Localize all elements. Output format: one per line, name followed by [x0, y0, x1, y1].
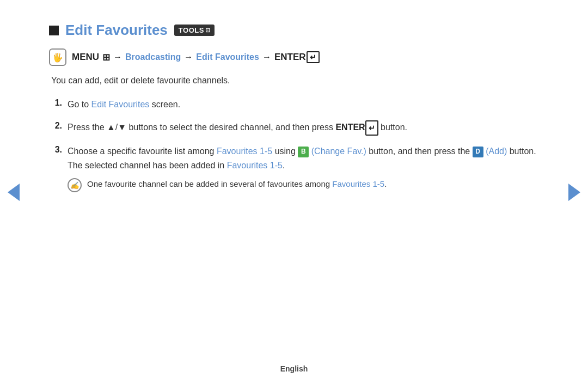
step-3-link4: Favourites 1-5 [227, 161, 283, 170]
menu-label: MENU [72, 52, 99, 63]
step-3-link1: Favourites 1-5 [217, 147, 272, 156]
step-1-content: Go to Edit Favourites screen. [68, 97, 180, 112]
note-icon: ✍ [68, 178, 82, 192]
btn-b-icon: B [298, 147, 309, 157]
menu-grid-icon: ⊞ [102, 52, 110, 63]
step-2-enter-icon: ↵ [365, 120, 378, 136]
nav-arrow-left[interactable] [8, 184, 20, 201]
note-content: One favourite channel can be added in se… [87, 178, 387, 191]
step-3-text-before: Choose a specific favourite list among [68, 147, 217, 156]
footer: English [0, 364, 588, 373]
step-2-text-after: button. [378, 123, 407, 132]
btn-d-icon: D [473, 147, 483, 157]
nav-arrow-right[interactable] [568, 184, 580, 201]
breadcrumb-broadcasting: Broadcasting [125, 52, 181, 62]
menu-path-row: 🖐 MENU ⊞ → Broadcasting → Edit Favourite… [49, 48, 539, 66]
page-title: Edit Favourites [65, 22, 168, 39]
title-square-icon [49, 26, 59, 35]
breadcrumb-sep-2: → [184, 52, 193, 62]
step-3-content: Choose a specific favourite list among F… [68, 144, 539, 172]
menu-hand-icon: 🖐 [49, 48, 66, 66]
note-text-before: One favourite channel can be added in se… [87, 179, 332, 188]
title-row: Edit Favourites TOOLS ⊡ [49, 22, 539, 39]
step-2-enter-bold: ENTER [335, 123, 365, 132]
breadcrumb-sep-3: → [262, 52, 271, 62]
step-1: 1. Go to Edit Favourites screen. [49, 97, 539, 112]
step-1-text-after: screen. [149, 100, 180, 109]
enter-icon: ↵ [307, 51, 320, 63]
note-text-after: . [384, 179, 387, 188]
note-item: ✍ One favourite channel can be added in … [49, 178, 539, 192]
step-2-content: Press the ▲/▼ buttons to select the desi… [68, 120, 407, 136]
breadcrumb-sep-1: → [113, 52, 122, 62]
step-3-number: 3. [49, 144, 62, 155]
step-3-link3: (Add) [486, 147, 507, 156]
step-1-link: Edit Favourites [91, 100, 150, 109]
step-3: 3. Choose a specific favourite list amon… [49, 144, 539, 172]
step-2-text-before: Press the ▲/▼ buttons to select the desi… [68, 123, 335, 132]
page-container: Edit Favourites TOOLS ⊡ 🖐 MENU ⊞ → Broad… [0, 0, 588, 384]
breadcrumb-enter: ENTER↵ [274, 51, 320, 63]
step-3-link2: (Change Fav.) [311, 147, 366, 156]
step-3-text-end: . [283, 161, 285, 170]
step-1-text-before: Go to [68, 100, 91, 109]
breadcrumb-edit-favourites: Edit Favourites [196, 52, 259, 62]
step-2-number: 2. [49, 120, 62, 131]
description-text: You can add, edit or delete favourite ch… [49, 76, 539, 86]
step-1-number: 1. [49, 97, 62, 108]
tools-icon: ⊡ [205, 27, 211, 34]
step-3-text-mid2: button, and then press the [366, 147, 473, 156]
note-link: Favourites 1-5 [332, 179, 384, 188]
tools-badge: TOOLS ⊡ [174, 25, 215, 36]
step-3-text-mid1: using [272, 147, 298, 156]
steps-list: 1. Go to Edit Favourites screen. 2. Pres… [49, 97, 539, 172]
footer-language: English [280, 364, 308, 373]
step-2: 2. Press the ▲/▼ buttons to select the d… [49, 120, 539, 136]
